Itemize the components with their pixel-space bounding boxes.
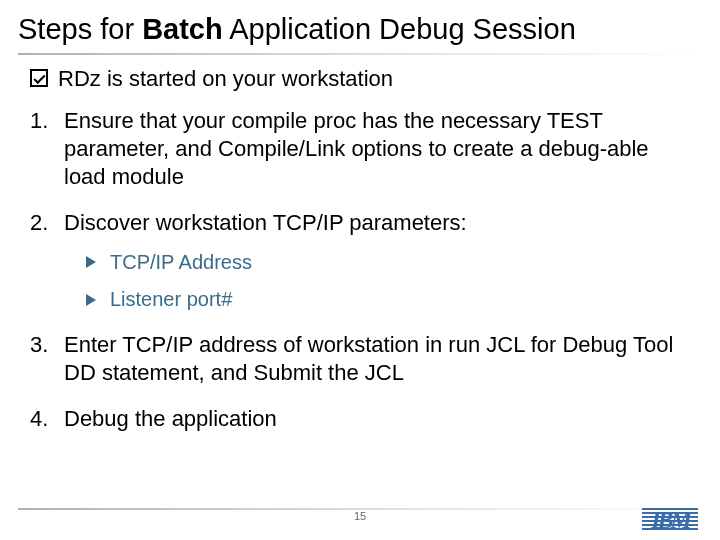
step-item: Discover workstation TCP/IP parameters: … — [30, 209, 690, 312]
checkbox-checked-icon — [30, 69, 48, 87]
prerequisite-row: RDz is started on your workstation — [30, 65, 690, 93]
sub-item-text: Listener port# — [110, 287, 232, 313]
arrow-right-icon — [86, 256, 96, 268]
step-text: Ensure that your compile proc has the ne… — [64, 108, 649, 189]
page-number: 15 — [0, 510, 720, 522]
content-area: RDz is started on your workstation Ensur… — [0, 55, 720, 433]
prerequisite-text: RDz is started on your workstation — [58, 65, 393, 93]
step-item: Debug the application — [30, 405, 690, 433]
step-item: Enter TCP/IP address of workstation in r… — [30, 331, 690, 387]
arrow-right-icon — [86, 294, 96, 306]
title-pre: Steps for — [18, 13, 142, 45]
steps-list: Ensure that your compile proc has the ne… — [30, 107, 690, 433]
ibm-logo-icon: IBM — [642, 508, 698, 532]
step-text: Debug the application — [64, 406, 277, 431]
step-item: Ensure that your compile proc has the ne… — [30, 107, 690, 191]
sub-item: Listener port# — [86, 287, 690, 313]
sub-item: TCP/IP Address — [86, 250, 690, 276]
title-bold: Batch — [142, 13, 223, 45]
title-post: Application Debug Session — [223, 13, 576, 45]
sub-item-text: TCP/IP Address — [110, 250, 252, 276]
slide: Steps for Batch Application Debug Sessio… — [0, 0, 720, 540]
slide-title: Steps for Batch Application Debug Sessio… — [0, 0, 720, 53]
ibm-logo-text: IBM — [642, 508, 698, 532]
sublist: TCP/IP Address Listener port# — [64, 250, 690, 313]
step-text: Enter TCP/IP address of workstation in r… — [64, 332, 673, 385]
step-text: Discover workstation TCP/IP parameters: — [64, 210, 467, 235]
